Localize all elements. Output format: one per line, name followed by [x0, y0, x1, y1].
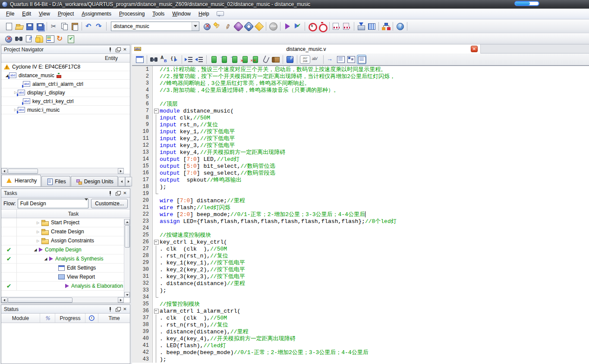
close-icon[interactable]: ✕: [122, 306, 128, 312]
code-line-32[interactable]: 32. distance(distance)//里程: [132, 280, 589, 287]
entity-column-header[interactable]: Entity: [1, 54, 130, 63]
code-line-20[interactable]: 20wire [7:0] distance;//里程: [132, 197, 589, 204]
bookmark-icon[interactable]: [209, 55, 218, 64]
new-file-icon[interactable]: [4, 22, 13, 31]
refresh-icon[interactable]: [56, 34, 65, 44]
time-icon-column[interactable]: [85, 314, 98, 323]
code-line-12[interactable]: 12input key_3,//按下低电平: [132, 142, 589, 149]
comment-toggle-icon[interactable]: [312, 55, 321, 64]
cut-icon[interactable]: [49, 22, 59, 31]
close-icon[interactable]: ✕: [122, 47, 128, 53]
message-list-icon[interactable]: [45, 34, 55, 44]
menu-file[interactable]: File: [3, 9, 18, 18]
start-compilation-icon[interactable]: [283, 22, 292, 31]
feedback-icon[interactable]: [409, 22, 419, 31]
menu-window[interactable]: Window: [169, 9, 194, 18]
code-line-2[interactable]: 2//2.报警功能，按下一个开关模拟前方一定距离出现障碍，当计程仪再增加2公里后…: [132, 73, 589, 80]
time-column[interactable]: Time: [98, 314, 130, 323]
code-line-24[interactable]: 24: [132, 225, 589, 232]
expand-icon[interactable]: ▷: [36, 230, 40, 234]
copy-icon[interactable]: [60, 22, 69, 31]
close-icon[interactable]: ✕: [122, 190, 128, 196]
code-line-6[interactable]: 6//顶层: [132, 100, 589, 107]
undo-icon[interactable]: [84, 22, 94, 31]
paste-icon[interactable]: [70, 22, 79, 31]
replace-icon[interactable]: [160, 55, 169, 64]
simulation-wave-icon[interactable]: [332, 22, 341, 31]
progress-column[interactable]: Progress: [55, 314, 85, 323]
pin-planner-icon[interactable]: [223, 22, 233, 31]
tasks-vscrollbar[interactable]: [124, 219, 130, 298]
find-icon[interactable]: [149, 55, 159, 64]
task-row-compile-design[interactable]: ✔◢Compile Design: [1, 245, 124, 254]
task-row-analysis-synthesis[interactable]: ✔◢Analysis & Synthesis: [1, 254, 124, 264]
scroll-left-icon[interactable]: [1, 168, 7, 174]
scroll-right-icon[interactable]: [118, 168, 124, 174]
expand-icon[interactable]: ▷: [36, 239, 40, 243]
scroll-up-icon[interactable]: [124, 219, 130, 225]
code-line-37[interactable]: 37. clk (clk ),//50M: [132, 314, 589, 321]
file-dialog-icon[interactable]: [135, 55, 145, 64]
compile-design-icon[interactable]: [233, 22, 243, 31]
scroll-left-icon[interactable]: [1, 297, 7, 303]
feedback-bubble-icon[interactable]: [216, 11, 224, 17]
float-icon[interactable]: [114, 190, 121, 196]
unindent-icon[interactable]: [195, 55, 204, 64]
help-icon[interactable]: [395, 22, 405, 31]
close-document-icon[interactable]: ✕: [471, 46, 478, 52]
start-analysis-icon[interactable]: [293, 22, 302, 31]
code-line-18[interactable]: 18);: [132, 183, 589, 190]
code-line-23[interactable]: 23assign LED={flash,flash,flash,flash,fl…: [132, 218, 589, 225]
menu-edit[interactable]: Edit: [19, 9, 35, 18]
chip-planner-icon[interactable]: [381, 22, 391, 31]
navigator-hscrollbar[interactable]: [1, 168, 124, 174]
syntax-check-icon[interactable]: [285, 55, 295, 64]
tab-hierarchy[interactable]: Hierarchy: [1, 175, 41, 186]
code-line-7[interactable]: 7module distance_music(: [132, 107, 589, 114]
stop-icon[interactable]: [268, 22, 278, 31]
code-line-34[interactable]: 34: [132, 294, 589, 301]
expand-icon[interactable]: ▷: [36, 221, 40, 225]
percent-column[interactable]: %: [40, 314, 55, 323]
code-line-36[interactable]: 36alarm_ctrl i_alarm_ctrl(: [132, 308, 589, 314]
code-area[interactable]: 1//1.计程功能，预设三个速度对应三个开关，启动后，数码管上按速度乘以时间显示…: [132, 66, 589, 364]
code-line-33[interactable]: 33);: [132, 287, 589, 294]
code-line-4[interactable]: 4//3.附加功能，4公里后通过障碍，蜂鸣器播放音乐（只要调的那种）。: [132, 87, 589, 94]
code-line-27[interactable]: 27. clk (clk ),//50M: [132, 245, 589, 252]
code-line-13[interactable]: 13input key_4,//开关模拟前方一定距离出现障碍: [132, 149, 589, 156]
bookmark-next-icon[interactable]: [219, 55, 229, 64]
scroll-thumb[interactable]: [8, 298, 72, 303]
checklist-icon[interactable]: [66, 34, 76, 44]
collapse-icon[interactable]: ◢: [33, 248, 38, 252]
scroll-thumb[interactable]: [125, 225, 130, 248]
scroll-thumb[interactable]: [8, 169, 38, 174]
signal-tap-icon[interactable]: [367, 22, 376, 31]
brackets-goto-icon[interactable]: [170, 55, 180, 64]
code-line-29[interactable]: 29. key_1(key_1),//按下低电平: [132, 259, 589, 266]
fold-collapse-icon[interactable]: [153, 107, 160, 114]
code-line-35[interactable]: 35//报警控制模块: [132, 301, 589, 308]
timequest-icon[interactable]: [307, 22, 317, 31]
report-pen-icon[interactable]: [25, 34, 34, 44]
code-line-5[interactable]: 5: [132, 94, 589, 100]
redo-icon[interactable]: [94, 22, 104, 31]
code-line-14[interactable]: 14output [7:0] LED,//led灯: [132, 156, 589, 163]
settings-icon[interactable]: [202, 22, 212, 31]
bookmark-delete-all-icon[interactable]: [250, 55, 260, 64]
fold-collapse-icon[interactable]: [153, 308, 160, 314]
assignment-editor-icon[interactable]: [213, 22, 222, 31]
simulation-rtl-icon[interactable]: [342, 22, 352, 31]
task-row-edit-settings[interactable]: Edit Settings: [1, 264, 124, 273]
code-line-28[interactable]: 28. rst_n(rst_n),//复位: [132, 252, 589, 259]
code-line-42[interactable]: 42. beep_mode(beep_mode)//0/1-正常；2-增加2公里…: [132, 349, 589, 356]
tab-design-units[interactable]: Design Units: [71, 176, 118, 186]
view-split-icon[interactable]: [346, 55, 356, 64]
task-header-label[interactable]: Task: [17, 211, 130, 217]
code-line-31[interactable]: 31. key_3(key_3),//按下低电平: [132, 273, 589, 280]
pin-icon[interactable]: [107, 190, 113, 196]
code-line-10[interactable]: 10input key_1,//按下低电平: [132, 128, 589, 135]
bookmark-prev-icon[interactable]: [230, 55, 239, 64]
settings-icon[interactable]: [4, 34, 13, 44]
code-line-43[interactable]: 43);: [132, 356, 589, 363]
notes-icon[interactable]: [35, 34, 44, 44]
